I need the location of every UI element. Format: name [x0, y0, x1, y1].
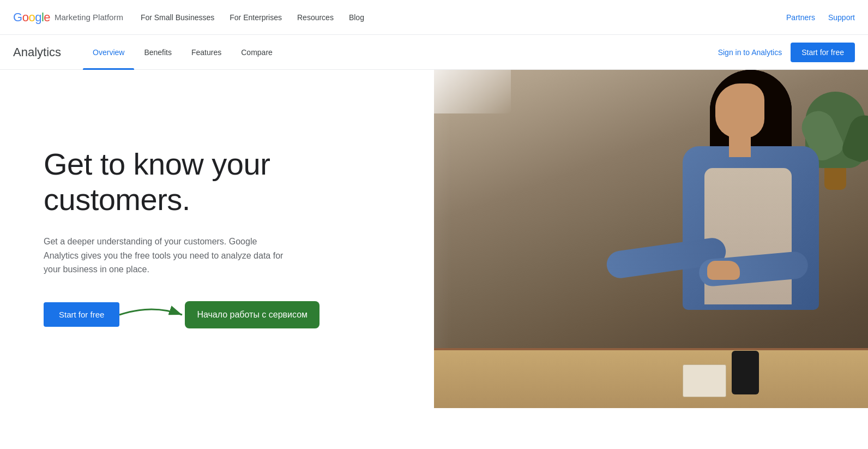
annotation-bubble: Начало работы с сервисом: [185, 301, 320, 328]
analytics-brand: Analytics: [13, 45, 61, 59]
g-red: o: [22, 10, 29, 25]
nav-benefits[interactable]: Benefits: [134, 35, 182, 70]
person-hand: [707, 261, 740, 280]
partners-link[interactable]: Partners: [786, 13, 815, 22]
platform-label: Marketing Platform: [55, 13, 123, 22]
hero-section: Get to know your customers. Get a deeper…: [0, 70, 868, 408]
person-face: [715, 83, 764, 138]
top-navigation: Google Marketing Platform For Small Busi…: [0, 0, 868, 35]
nav-blog[interactable]: Blog: [349, 13, 364, 22]
g-yellow: o: [28, 10, 35, 25]
desk-notepad: [683, 364, 726, 397]
support-link[interactable]: Support: [828, 13, 855, 22]
nav-enterprises[interactable]: For Enterprises: [230, 13, 282, 22]
nav-overview[interactable]: Overview: [83, 35, 134, 70]
start-for-free-button-hero[interactable]: Start for free: [44, 302, 119, 327]
person-neck: [729, 135, 751, 157]
white-fade-left: [347, 70, 402, 408]
secondary-navigation: Analytics Overview Benefits Features Com…: [0, 35, 868, 70]
top-nav-right: Partners Support: [786, 13, 855, 22]
nav-features[interactable]: Features: [182, 35, 231, 70]
person-figure: [617, 70, 835, 354]
sign-in-link[interactable]: Sign in to Analytics: [718, 48, 782, 57]
secondary-nav-links: Overview Benefits Features Compare: [83, 35, 718, 70]
nav-resources[interactable]: Resources: [297, 13, 334, 22]
g-blue2: g: [35, 10, 41, 25]
white-corner: [347, 70, 511, 113]
nav-compare[interactable]: Compare: [231, 35, 282, 70]
nav-small-businesses[interactable]: For Small Businesses: [141, 13, 214, 22]
arrow-icon: [119, 298, 185, 331]
secondary-nav-right: Sign in to Analytics Start for free: [718, 43, 855, 62]
desk-phone: [732, 351, 759, 394]
start-for-free-button-nav[interactable]: Start for free: [791, 43, 855, 62]
g-red2: e: [44, 10, 50, 25]
hero-description: Get a deeper understanding of your custo…: [44, 235, 284, 277]
google-logo: Google: [13, 10, 50, 25]
g-blue: G: [13, 10, 22, 25]
google-logo-link[interactable]: Google Marketing Platform: [13, 10, 123, 25]
top-nav-links: For Small Businesses For Enterprises Res…: [141, 13, 786, 22]
